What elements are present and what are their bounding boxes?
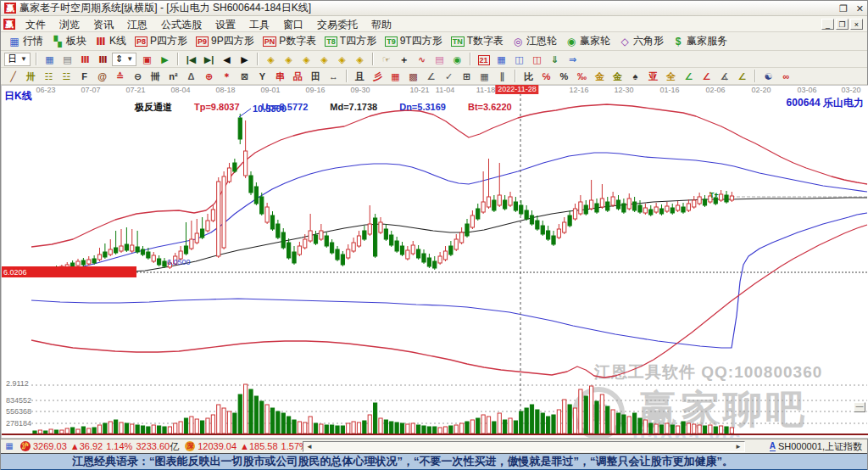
menu-文件[interactable]: 文件: [19, 18, 53, 31]
menu-公式选股[interactable]: 公式选股: [154, 18, 209, 31]
save-blue-icon[interactable]: ◫: [511, 53, 527, 66]
red-grid-icon[interactable]: ▦: [387, 70, 403, 83]
scale-dropdown[interactable]: ⇕▼: [112, 53, 136, 66]
tab-daily-kline[interactable]: 日K线: [4, 89, 32, 104]
gann-lines-icon[interactable]: 卅: [23, 70, 39, 83]
target-icon[interactable]: ⊕: [201, 70, 217, 83]
restore-child-button[interactable]: ❐: [836, 19, 849, 30]
gann-diamond-compress-icon[interactable]: ◈: [316, 53, 332, 66]
measure-tool-icon[interactable]: ∿: [414, 53, 430, 66]
window-tool-icon[interactable]: 且: [352, 70, 368, 83]
pen-tool-icon[interactable]: ╱: [5, 70, 21, 83]
gann-diamond-down-icon[interactable]: ◈: [352, 53, 368, 66]
cycle-icon[interactable]: ⊖: [130, 70, 146, 83]
hexagon-button[interactable]: ◇六角形: [615, 33, 668, 49]
stats-tool-icon[interactable]: ▤: [431, 53, 448, 66]
gann-diamond-expand-icon[interactable]: ◈: [298, 53, 314, 66]
scroll-right-arrow[interactable]: ►: [732, 443, 744, 450]
calculator-icon[interactable]: ▦: [493, 53, 509, 66]
p-number-table-button[interactable]: PNP数字表: [259, 33, 321, 49]
percent-icon[interactable]: %: [556, 70, 572, 83]
gold-box-icon[interactable]: 全: [663, 70, 679, 83]
star-icon[interactable]: ＊: [219, 70, 235, 83]
infinity-icon[interactable]: ∞: [778, 70, 794, 83]
kline-chart-canvas[interactable]: 6.02066.0500T+2.9112834552556368278184: [1, 85, 868, 439]
grid-icon[interactable]: 田: [308, 70, 324, 83]
scroll-left-arrow[interactable]: ◄: [303, 443, 315, 450]
menu-资讯[interactable]: 资讯: [86, 18, 120, 31]
angle-a-icon[interactable]: Δ: [183, 70, 199, 83]
chart-window-icon[interactable]: ▦: [42, 53, 58, 66]
angle-green-icon[interactable]: ∠: [681, 70, 697, 83]
fibonacci-icon[interactable]: F: [76, 70, 92, 83]
p-square-button[interactable]: P8P四方形: [131, 33, 192, 49]
flag-icon[interactable]: ▶: [157, 53, 173, 66]
go-first-icon[interactable]: |◀: [183, 53, 199, 66]
taiji-icon[interactable]: ☯: [760, 70, 776, 83]
menu-窗口[interactable]: 窗口: [276, 18, 310, 31]
kline-button[interactable]: ⅢK线: [91, 33, 131, 49]
ratio-icon[interactable]: 比: [520, 70, 537, 83]
splitter-collapse-button[interactable]: —: [854, 402, 865, 412]
span-arrows-icon[interactable]: ↔: [326, 70, 342, 83]
fork-icon[interactable]: Y: [254, 70, 270, 83]
quotes-button[interactable]: ▦行情: [4, 33, 47, 49]
calendar-icon[interactable]: 21: [476, 53, 492, 66]
step-back-icon[interactable]: ◀: [219, 53, 235, 66]
overlay-index-icon[interactable]: A: [770, 442, 776, 451]
quote-grid-icon[interactable]: ▦: [3, 441, 15, 451]
permille-icon[interactable]: ‰: [574, 70, 590, 83]
sheet-icon[interactable]: ⊞: [459, 70, 475, 83]
t-square-button[interactable]: T8T四方形: [320, 33, 381, 49]
gann-grid2-icon[interactable]: ☳: [58, 70, 75, 83]
sheet2-icon[interactable]: ▦: [476, 70, 492, 83]
angle-red-icon[interactable]: ∠: [698, 70, 715, 83]
close-child-button[interactable]: ×: [850, 19, 863, 30]
kline-style2-icon[interactable]: Ⅲ: [95, 53, 111, 66]
gann-grid-icon[interactable]: ☷: [41, 70, 57, 83]
spiral-icon[interactable]: @: [94, 70, 110, 83]
step-forward-icon[interactable]: ▶: [236, 53, 253, 66]
close-window-button[interactable]: ✕: [856, 3, 864, 14]
angle-olive-icon[interactable]: ∠: [734, 70, 750, 83]
dark-grid-icon[interactable]: ▩: [405, 70, 421, 83]
menu-工具[interactable]: 工具: [242, 18, 276, 31]
winner-service-button[interactable]: $赢家服务: [668, 33, 732, 49]
check-line-icon[interactable]: ✓: [441, 70, 457, 83]
angle-measure-icon[interactable]: ∡: [716, 70, 732, 83]
t-number-table-button[interactable]: TNT数字表: [447, 33, 508, 49]
marker-icon[interactable]: ≙: [112, 70, 128, 83]
bars-count-icon[interactable]: 卌: [147, 70, 164, 83]
gann-wheel-button[interactable]: ◎江恩轮: [508, 33, 561, 49]
t9-square-button[interactable]: T99T四方形: [381, 33, 447, 49]
pagoda-icon[interactable]: 串: [272, 70, 288, 83]
menu-设置[interactable]: 设置: [209, 18, 242, 31]
minimize-child-button[interactable]: _: [821, 19, 834, 30]
save-red-icon[interactable]: ◫: [529, 53, 545, 66]
pencil-angle-icon[interactable]: ∠: [423, 70, 439, 83]
crosshair-tool-icon[interactable]: ＋: [396, 53, 412, 66]
go-last-icon[interactable]: ▶|: [201, 53, 217, 66]
winner-wheel-button[interactable]: ◉赢家轮: [561, 33, 615, 49]
horizontal-scrollbar[interactable]: ◄ ►: [303, 441, 745, 452]
gold-section2-icon[interactable]: 金: [609, 70, 626, 83]
gann-diamond-left-icon[interactable]: ◈: [263, 53, 279, 66]
export-icon[interactable]: ⇓: [547, 53, 563, 66]
box-x-icon[interactable]: ⊠: [236, 70, 253, 83]
spade-marker-icon[interactable]: ♠: [627, 70, 643, 83]
rays-icon[interactable]: 彡: [370, 70, 386, 83]
red-level-icon[interactable]: 亚: [645, 70, 661, 83]
kline-style-icon[interactable]: Ⅲ: [77, 53, 93, 66]
restore-window-button[interactable]: ❐: [839, 3, 848, 14]
menu-帮助[interactable]: 帮助: [364, 18, 398, 31]
parallel-lines-icon[interactable]: ∥: [494, 70, 510, 83]
menu-交易委托[interactable]: 交易委托: [310, 18, 364, 31]
send-icon[interactable]: ⇒: [565, 53, 581, 66]
sectors-button[interactable]: ▚板块: [47, 33, 91, 49]
chart-area[interactable]: 江恩工具软件 QQ:100800360 赢家聊吧 jiaoba.yjc 赢 6.…: [1, 85, 868, 439]
percent-line-icon[interactable]: ℅: [538, 70, 554, 83]
menu-浏览[interactable]: 浏览: [53, 18, 86, 31]
p9-square-button[interactable]: P99P四方形: [192, 33, 259, 49]
gann-diamond-up-icon[interactable]: ◈: [334, 53, 350, 66]
quote-board-icon[interactable]: ▤: [59, 53, 75, 66]
